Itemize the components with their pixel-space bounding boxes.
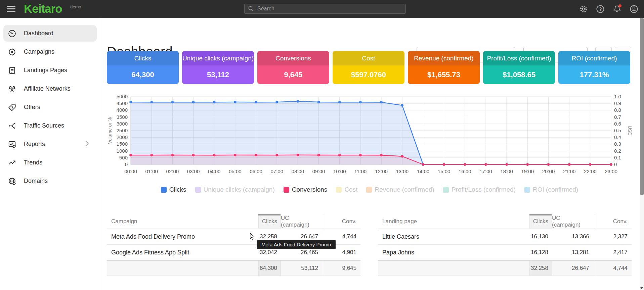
- landings-table: Landing pageClicksUC (campaign)Conv.Litt…: [378, 214, 632, 276]
- legend-item-clicks[interactable]: Clicks: [161, 186, 186, 193]
- main-content: Dashboard Campaigns Today Clicks64,300Un…: [100, 18, 640, 290]
- svg-text:07:00: 07:00: [270, 168, 283, 174]
- legend-swatch: [195, 187, 201, 193]
- legend-item-cost[interactable]: Cost: [336, 186, 357, 193]
- table-row[interactable]: Papa Johns16,12813,2812,417: [378, 245, 632, 260]
- svg-text:0.2: 0.2: [614, 148, 621, 154]
- row-value-cell: 13,366: [552, 229, 594, 244]
- svg-text:$: $: [11, 105, 13, 109]
- scroll-down-arrow-icon[interactable]: [640, 287, 643, 289]
- svg-text:17:00: 17:00: [479, 168, 492, 174]
- svg-text:1.0: 1.0: [614, 94, 621, 99]
- svg-text:0.6: 0.6: [614, 121, 621, 127]
- svg-text:11:00: 11:00: [354, 168, 367, 174]
- svg-text:0.7: 0.7: [614, 114, 621, 120]
- stat-card-revenue-confirmed: Revenue (confirmed)$1,655.73: [408, 51, 480, 84]
- table-totals-row: 64,30053,1129,645: [107, 260, 360, 276]
- page-scrollbar: [640, 18, 644, 290]
- svg-text:1000: 1000: [117, 148, 128, 154]
- stat-card-value: $1,058.65: [483, 65, 555, 84]
- svg-text:19:00: 19:00: [521, 168, 534, 174]
- column-header-landing-page[interactable]: Landing page: [378, 214, 529, 229]
- stat-card-conversions: Conversions9,645: [257, 51, 329, 84]
- search-icon: [248, 6, 254, 12]
- svg-text:20:00: 20:00: [542, 168, 555, 174]
- svg-text:500: 500: [119, 155, 128, 160]
- table-body: Little Caesars16,13013,3662,327Papa John…: [378, 229, 632, 260]
- legend-item-profit-loss-confirmed[interactable]: Profit/Loss (confirmed): [443, 186, 516, 193]
- stat-card-label: Unique clicks (campaign): [182, 51, 254, 65]
- legend-swatch: [284, 187, 289, 193]
- sidebar-item-domains[interactable]: Domains: [3, 173, 97, 189]
- legend-item-conversions[interactable]: Conversions: [284, 186, 328, 193]
- table-header-row: Landing pageClicksUC (campaign)Conv.: [378, 214, 632, 229]
- svg-text:4500: 4500: [117, 100, 128, 106]
- svg-text:2000: 2000: [117, 134, 128, 140]
- stat-card-label: Cost: [333, 51, 404, 65]
- table-header-row: CampaignClicksUC (campaign)Conv.: [107, 214, 360, 229]
- column-header-conv[interactable]: Conv.: [323, 214, 360, 229]
- svg-text:18:00: 18:00: [500, 168, 513, 174]
- row-value-cell: 2,327: [594, 229, 632, 244]
- stat-card-cost: Cost$597.0760: [333, 51, 404, 84]
- sidebar-item-label: Offers: [24, 104, 40, 111]
- totals-cell: 64,300: [258, 261, 281, 276]
- row-value-cell: 16,130: [529, 229, 552, 244]
- svg-text:3500: 3500: [117, 114, 128, 120]
- svg-text:01:00: 01:00: [145, 168, 158, 174]
- menu-hamburger-icon[interactable]: [7, 6, 15, 12]
- settings-gear-icon[interactable]: [579, 4, 588, 14]
- account-icon[interactable]: [629, 4, 639, 14]
- campaigns-icon: [8, 48, 16, 56]
- legend-item-revenue-confirmed[interactable]: Revenue (confirmed): [366, 186, 434, 193]
- column-header-campaign[interactable]: Campaign: [107, 214, 258, 229]
- search-input[interactable]: [257, 5, 399, 12]
- sidebar-item-trends[interactable]: Trends: [3, 154, 97, 171]
- sidebar-item-affiliate-networks[interactable]: Affiliate Networks: [3, 81, 97, 97]
- svg-text:0.3: 0.3: [614, 141, 621, 147]
- row-name-cell: Papa Johns: [378, 245, 529, 260]
- sidebar-item-campaigns[interactable]: Campaigns: [3, 44, 97, 60]
- sidebar-item-label: Landings Pages: [24, 67, 67, 74]
- svg-text:21:00: 21:00: [563, 168, 576, 174]
- column-header-clicks[interactable]: Clicks: [529, 214, 552, 229]
- sidebar-item-traffic-sources[interactable]: Traffic Sources: [3, 117, 97, 134]
- totals-cell: 32,258: [529, 261, 552, 276]
- svg-text:00:00: 00:00: [124, 168, 137, 174]
- svg-text:0: 0: [125, 161, 128, 167]
- column-header-conv[interactable]: Conv.: [594, 214, 632, 229]
- legend-label: Conversions: [292, 186, 328, 193]
- svg-text:0.5: 0.5: [614, 128, 621, 133]
- table-row[interactable]: Little Caesars16,13013,3662,327: [378, 229, 632, 245]
- svg-text:0.1: 0.1: [614, 155, 621, 160]
- sidebar-item-landings[interactable]: Landings Pages: [3, 62, 97, 79]
- sidebar: DashboardCampaignsLandings PagesAffiliat…: [0, 18, 100, 290]
- column-header-uc-campaign[interactable]: UC (campaign): [552, 214, 594, 229]
- legend-item-unique-clicks-campaign[interactable]: Unique clicks (campaign): [195, 186, 275, 193]
- sidebar-item-offers[interactable]: $Offers: [3, 99, 97, 115]
- svg-text:23:00: 23:00: [605, 168, 617, 174]
- stat-card-label: Conversions: [257, 51, 329, 65]
- svg-text:0: 0: [614, 161, 617, 167]
- totals-cell: 26,647: [552, 261, 594, 276]
- legend-label: Revenue (confirmed): [375, 186, 434, 193]
- y-axis-left-title: Volume or %: [107, 117, 113, 144]
- notifications-bell-icon[interactable]: [612, 4, 622, 14]
- traffic-icon: [8, 122, 16, 130]
- row-value-cell: 2,417: [594, 245, 632, 260]
- svg-text:5000: 5000: [117, 94, 128, 99]
- sidebar-item-reports[interactable]: Reports: [3, 136, 97, 152]
- totals-cell: [378, 261, 529, 276]
- column-header-clicks[interactable]: Clicks: [258, 214, 281, 229]
- legend-label: Profit/Loss (confirmed): [452, 186, 516, 193]
- sidebar-item-dashboard[interactable]: Dashboard: [3, 25, 97, 42]
- legend-label: Cost: [344, 186, 357, 193]
- stat-card-profit-loss-confirmed: Profit/Loss (confirmed)$1,058.65: [483, 51, 555, 84]
- legend-swatch: [443, 187, 449, 193]
- scrollbar-thumb[interactable]: [640, 18, 644, 195]
- column-header-uc-campaign[interactable]: UC (campaign): [281, 214, 323, 229]
- global-search: [244, 4, 406, 14]
- help-icon[interactable]: ?: [596, 4, 605, 14]
- stat-card-value: 53,112: [182, 65, 254, 84]
- legend-item-roi-confirmed[interactable]: ROI (confirmed): [524, 186, 578, 193]
